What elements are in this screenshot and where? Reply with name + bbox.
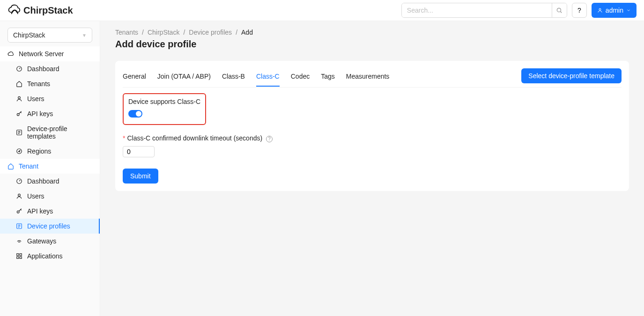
tenant-select-value: ChirpStack <box>13 31 45 39</box>
sidebar-item-device-profiles[interactable]: Device profiles <box>0 219 100 234</box>
sidebar-item-regions[interactable]: Regions <box>0 144 100 159</box>
user-icon <box>16 193 22 199</box>
help-button[interactable]: ? <box>572 3 587 18</box>
sidebar-item-label: Users <box>27 95 44 103</box>
nav-group-label: Tenant <box>19 162 38 170</box>
dashboard-icon <box>16 178 22 184</box>
search-box <box>401 3 567 18</box>
breadcrumb-separator: / <box>236 29 237 36</box>
svg-rect-12 <box>20 254 22 256</box>
brand-name: ChirpStack <box>23 5 73 16</box>
nav-group-network-server[interactable]: Network Server <box>0 46 100 61</box>
search-button[interactable] <box>552 3 567 17</box>
class-c-label: Device supports Class-C <box>128 98 200 105</box>
svg-point-1 <box>599 8 601 10</box>
breadcrumb-item[interactable]: ChirpStack <box>148 29 179 36</box>
breadcrumb-separator: / <box>142 29 144 36</box>
sidebar-item-label: Device-profile templates <box>27 125 92 140</box>
select-template-button[interactable]: Select device-profile template <box>521 68 622 83</box>
tab-general[interactable]: General <box>123 69 146 87</box>
dashboard-icon <box>16 66 22 72</box>
sidebar: ChirpStack ▼ Network Server DashboardTen… <box>0 21 100 316</box>
sidebar-item-label: Device profiles <box>27 222 70 230</box>
sidebar-item-label: Users <box>27 192 44 200</box>
sidebar-item-label: Dashboard <box>27 65 59 73</box>
logo-icon <box>7 4 21 17</box>
svg-rect-14 <box>20 257 22 258</box>
home-icon <box>16 81 22 87</box>
home-icon <box>7 163 14 169</box>
sidebar-item-api-keys[interactable]: API keys <box>0 106 100 121</box>
sidebar-item-users[interactable]: Users <box>0 189 100 204</box>
tab-codec[interactable]: Codec <box>291 69 310 87</box>
search-input[interactable] <box>402 3 552 17</box>
control-icon <box>16 223 22 229</box>
sidebar-item-label: Applications <box>27 252 63 260</box>
class-c-highlight: Device supports Class-C <box>123 93 206 125</box>
appstore-icon <box>16 253 22 259</box>
svg-point-9 <box>17 211 19 213</box>
svg-point-3 <box>18 96 21 99</box>
tab-class-c[interactable]: Class-C <box>256 69 280 87</box>
sidebar-item-device-profile-templates[interactable]: Device-profile templates <box>0 121 100 144</box>
breadcrumb-item: Add <box>241 29 253 36</box>
nav-group-tenant[interactable]: Tenant <box>0 159 100 174</box>
breadcrumb-item[interactable]: Device profiles <box>189 29 232 36</box>
svg-rect-11 <box>17 254 19 256</box>
chevron-down-icon <box>626 8 631 13</box>
sidebar-item-label: Dashboard <box>27 177 59 185</box>
sidebar-item-api-keys[interactable]: API keys <box>0 204 100 219</box>
svg-point-0 <box>557 8 561 12</box>
tabs: GeneralJoin (OTAA / ABP)Class-BClass-CCo… <box>123 69 389 87</box>
control-icon <box>16 129 22 136</box>
sidebar-item-label: API keys <box>27 207 53 215</box>
tab-class-b[interactable]: Class-B <box>222 69 245 87</box>
main-content: Tenants/ChirpStack/Device profiles/Add A… <box>100 21 644 316</box>
user-icon <box>16 96 22 102</box>
key-icon <box>16 208 22 214</box>
sidebar-item-applications[interactable]: Applications <box>0 249 100 264</box>
tab-join-otaa-abp-[interactable]: Join (OTAA / ABP) <box>157 69 211 87</box>
class-c-toggle[interactable] <box>128 110 142 118</box>
timeout-label: *Class-C confirmed downlink timeout (sec… <box>123 134 273 142</box>
sidebar-item-label: API keys <box>27 110 53 118</box>
sidebar-item-label: Regions <box>27 147 51 155</box>
sidebar-item-users[interactable]: Users <box>0 91 100 106</box>
user-label: admin <box>606 7 623 14</box>
sidebar-item-dashboard[interactable]: Dashboard <box>0 61 100 76</box>
search-icon <box>556 7 563 14</box>
header: ChirpStack ? admin <box>0 0 644 21</box>
user-icon <box>597 7 603 13</box>
tab-tags[interactable]: Tags <box>321 69 335 87</box>
required-mark: * <box>123 134 125 142</box>
help-icon[interactable]: ? <box>266 136 273 142</box>
tenant-select[interactable]: ChirpStack ▼ <box>7 28 92 43</box>
sidebar-item-label: Gateways <box>27 237 56 245</box>
user-menu-button[interactable]: admin <box>592 3 637 18</box>
tab-measurements[interactable]: Measurements <box>346 69 390 87</box>
sidebar-item-gateways[interactable]: Gateways <box>0 234 100 249</box>
svg-rect-13 <box>17 257 19 258</box>
card-header: GeneralJoin (OTAA / ABP)Class-BClass-CCo… <box>123 68 622 88</box>
key-icon <box>16 110 22 117</box>
svg-point-8 <box>18 194 21 196</box>
breadcrumb: Tenants/ChirpStack/Device profiles/Add <box>115 29 629 36</box>
breadcrumb-item[interactable]: Tenants <box>115 29 138 36</box>
chevron-down-icon: ▼ <box>82 33 87 38</box>
nav-group-label: Network Server <box>19 50 64 58</box>
page-title: Add device profile <box>115 39 629 50</box>
submit-button[interactable]: Submit <box>123 169 158 184</box>
cloud-icon <box>7 51 14 57</box>
form-card: GeneralJoin (OTAA / ABP)Class-BClass-CCo… <box>115 61 629 191</box>
sidebar-item-tenants[interactable]: Tenants <box>0 76 100 91</box>
sidebar-item-label: Tenants <box>27 80 50 88</box>
wifi-icon <box>16 238 22 244</box>
logo: ChirpStack <box>7 4 73 17</box>
svg-point-4 <box>17 113 19 116</box>
timeout-input[interactable] <box>123 146 155 157</box>
sidebar-item-dashboard[interactable]: Dashboard <box>0 174 100 189</box>
breadcrumb-separator: / <box>183 29 185 36</box>
compass-icon <box>16 148 22 154</box>
